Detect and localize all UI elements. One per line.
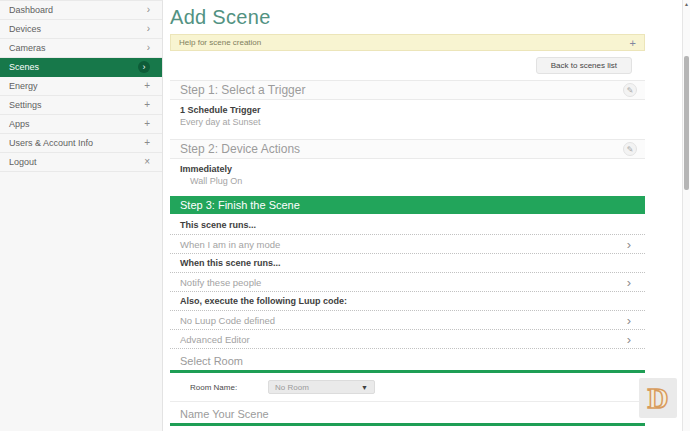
scroll-up-arrow-icon[interactable]: ▲ xyxy=(684,1,689,7)
sidebar-item-devices[interactable]: Devices › xyxy=(0,20,162,39)
advanced-editor-row[interactable]: Advanced Editor › xyxy=(170,330,645,349)
action-name: Immediately xyxy=(180,164,645,174)
watermark-letter: D xyxy=(648,382,669,415)
sidebar-item-label: Scenes xyxy=(9,62,39,72)
back-row: Back to scenes list xyxy=(170,57,645,74)
sidebar-item-logout[interactable]: Logout × xyxy=(0,153,162,172)
sidebar-item-label: Users & Account Info xyxy=(9,138,93,148)
sidebar-nav: Dashboard › Devices › Cameras › Scenes ›… xyxy=(0,0,163,431)
trigger-detail: Every day at Sunset xyxy=(180,117,645,127)
step1-header: Step 1: Select a Trigger ✎ xyxy=(170,80,645,100)
sidebar-item-label: Cameras xyxy=(9,43,46,53)
help-banner[interactable]: Help for scene creation + xyxy=(170,34,645,51)
main-content: Add Scene Help for scene creation + Back… xyxy=(163,0,682,431)
sidebar-item-users-account-info[interactable]: Users & Account Info + xyxy=(0,134,162,153)
action-summary: Immediately Wall Plug On xyxy=(170,159,645,192)
sidebar-item-scenes[interactable]: Scenes › xyxy=(0,58,162,77)
help-banner-label: Help for scene creation xyxy=(179,38,261,47)
chevron-right-badge-icon: › xyxy=(138,61,150,73)
close-icon: × xyxy=(144,157,150,167)
chevron-right-icon: › xyxy=(147,24,150,34)
step3-header: Step 3: Finish the Scene xyxy=(170,196,645,214)
step1-title: Step 1: Select a Trigger xyxy=(180,83,305,97)
trigger-summary: 1 Schedule Trigger Every day at Sunset xyxy=(170,100,645,133)
plus-icon: + xyxy=(144,100,150,110)
page-title: Add Scene xyxy=(170,6,645,29)
sidebar-item-label: Settings xyxy=(9,100,42,110)
plus-icon: + xyxy=(144,119,150,129)
room-name-row: Room Name: No Room ▼ xyxy=(170,373,645,401)
caret-down-icon: ▼ xyxy=(361,384,368,391)
sidebar-item-label: Dashboard xyxy=(9,5,53,15)
chevron-right-icon: › xyxy=(627,276,631,289)
back-to-scenes-button[interactable]: Back to scenes list xyxy=(536,57,632,74)
vertical-scrollbar[interactable]: ▲ xyxy=(682,0,690,431)
demo-watermark: D xyxy=(639,378,677,418)
chevron-right-icon: › xyxy=(627,238,631,251)
scrollbar-thumb[interactable] xyxy=(684,56,689,190)
expand-plus-icon[interactable]: + xyxy=(630,37,636,49)
sidebar-item-energy[interactable]: Energy + xyxy=(0,77,162,96)
select-room-heading: Select Room xyxy=(170,349,645,370)
sidebar-item-label: Apps xyxy=(9,119,30,129)
sidebar-item-label: Logout xyxy=(9,157,37,167)
scene-name-row: Name: xyxy=(170,426,645,431)
chevron-right-icon: › xyxy=(627,314,631,327)
sidebar-item-label: Energy xyxy=(9,81,38,91)
chevron-right-icon: › xyxy=(147,43,150,53)
chevron-right-icon: › xyxy=(627,333,631,346)
sidebar-item-cameras[interactable]: Cameras › xyxy=(0,39,162,58)
edit-pencil-icon[interactable]: ✎ xyxy=(623,142,637,156)
vera-add-scene-page: { "colors": { "sidebar_active_green": "#… xyxy=(0,0,690,431)
room-name-label: Room Name: xyxy=(190,383,268,392)
sidebar-item-apps[interactable]: Apps + xyxy=(0,115,162,134)
sidebar-item-settings[interactable]: Settings + xyxy=(0,96,162,115)
name-scene-heading: Name Your Scene xyxy=(170,402,645,423)
trigger-name: 1 Schedule Trigger xyxy=(180,105,645,115)
when-scene-runs-label-row: When this scene runs... xyxy=(170,254,645,273)
step2-title: Step 2: Device Actions xyxy=(180,142,300,156)
step2-header: Step 2: Device Actions ✎ xyxy=(170,139,645,159)
sidebar-item-label: Devices xyxy=(9,24,41,34)
mode-selector-row[interactable]: When I am in any mode › xyxy=(170,235,645,254)
scene-runs-label-row: This scene runs... xyxy=(170,216,645,235)
notify-people-row[interactable]: Notify these people › xyxy=(170,273,645,292)
plus-icon: + xyxy=(144,81,150,91)
edit-pencil-icon[interactable]: ✎ xyxy=(623,83,637,97)
luup-code-row[interactable]: No Luup Code defined › xyxy=(170,311,645,330)
luup-code-label-row: Also, execute the following Luup code: xyxy=(170,292,645,311)
plus-icon: + xyxy=(144,138,150,148)
finish-options-list: This scene runs... When I am in any mode… xyxy=(170,216,645,349)
action-detail: Wall Plug On xyxy=(180,176,645,186)
room-select[interactable]: No Room ▼ xyxy=(268,380,375,394)
room-select-value: No Room xyxy=(275,383,309,392)
chevron-right-icon: › xyxy=(147,5,150,15)
sidebar-item-dashboard[interactable]: Dashboard › xyxy=(0,1,162,20)
